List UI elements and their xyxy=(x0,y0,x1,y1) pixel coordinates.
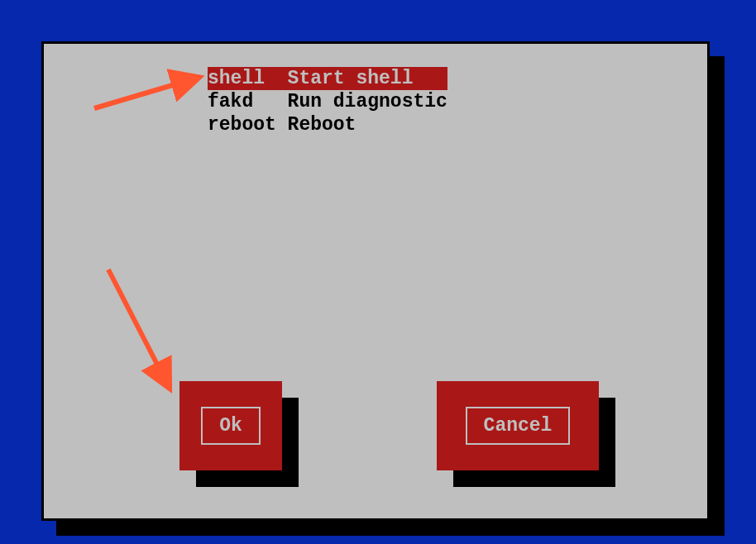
menu-item-desc: Reboot xyxy=(288,114,356,136)
annotation-arrow-icon xyxy=(90,57,214,123)
cancel-button-label: Cancel xyxy=(466,407,571,445)
cancel-button[interactable]: Cancel xyxy=(437,381,599,470)
menu-list: shellStart shell fakdRun diagnosticreboo… xyxy=(208,67,447,136)
menu-item-fakd[interactable]: fakdRun diagnostic xyxy=(208,90,447,113)
svg-line-3 xyxy=(108,270,169,387)
dialog-box: shellStart shell fakdRun diagnosticreboo… xyxy=(41,41,710,521)
ok-button[interactable]: Ok xyxy=(179,381,282,470)
menu-item-key: fakd xyxy=(208,90,288,113)
menu-item-key: shell xyxy=(208,67,288,90)
menu-item-shell[interactable]: shellStart shell xyxy=(208,67,447,90)
menu-item-desc: Start shell xyxy=(288,68,414,89)
menu-item-key: reboot xyxy=(208,113,288,136)
annotation-arrow-icon xyxy=(88,263,187,403)
menu-item-desc: Run diagnostic xyxy=(288,91,447,112)
menu-item-reboot[interactable]: rebootReboot xyxy=(208,113,447,136)
ok-button-label: Ok xyxy=(201,407,261,445)
svg-line-1 xyxy=(94,78,198,108)
